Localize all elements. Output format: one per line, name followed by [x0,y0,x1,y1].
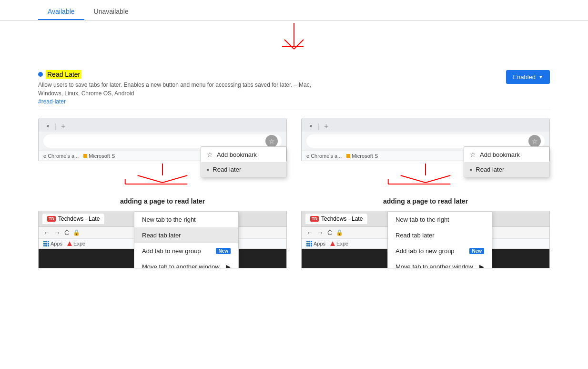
left-ctx-add-group[interactable]: Add tab to new group New [134,243,238,259]
right-bottom-tab[interactable]: TD Techdows - Late [305,214,367,224]
right-grid-dot-6 [311,243,312,244]
feature-row: Read Later Allow users to save tabs for … [38,65,550,110]
right-ctx-add-group-label: Add tab to new group [395,247,455,255]
right-expe-shortcut[interactable]: Expe [330,241,348,246]
left-bookmark-2-text: Microsoft S [89,153,115,159]
enabled-button[interactable]: Enabled ▼ [506,70,550,84]
chevron-down-icon: ▼ [538,74,543,80]
left-ctx-new-tab[interactable]: New tab to the right [134,212,238,227]
left-tab-new[interactable]: + [58,121,68,132]
right-ctx-add-group[interactable]: Add tab to new group New [388,243,492,259]
left-grid-dot-6 [48,243,49,244]
right-star-button[interactable]: ☆ [528,135,541,147]
right-ctx-new-tab[interactable]: New tab to the right [388,212,492,227]
left-grid-dot-5 [45,243,47,244]
left-tabs-bar: × | + [39,118,286,132]
right-grid-dot-1 [306,241,308,242]
right-screenshot-col: × | + ☆ e Chrome's a... Microsoft S [301,118,550,268]
left-star-button[interactable]: ☆ [265,135,278,147]
left-context-menu: New tab to the right Read tab later Add … [134,211,239,268]
left-ctx-read-later[interactable]: Read tab later [134,227,238,243]
left-menu-add-bookmark-label: Add bookmark [217,151,257,158]
right-ctx-new-badge: New [469,248,484,254]
right-ctx-read-later[interactable]: Read tab later [388,227,492,243]
right-expe-icon [330,241,335,246]
left-grid-dot-1 [43,241,45,242]
right-refresh-icon[interactable]: C [327,229,332,236]
right-lock-icon: 🔒 [336,229,343,236]
right-back-icon[interactable]: ← [306,229,313,236]
left-tab-sep: | [54,123,56,130]
feature-name: Read Later [46,70,81,79]
left-browser-mock: × | + ☆ e Chrome's a... Microsoft S [38,118,287,161]
left-bookmark-dot [83,154,87,158]
left-refresh-icon[interactable]: C [64,229,69,236]
right-dropdown-menu: ☆ Add bookmark ▪ Read later [464,146,549,177]
right-grid-dot-9 [311,245,312,246]
enabled-label: Enabled [513,73,536,81]
right-tab-close[interactable]: × [306,122,315,131]
right-menu-add-bookmark-label: Add bookmark [480,151,520,158]
right-menu-read-later[interactable]: ▪ Read later [464,162,549,177]
main-content: Read Later Allow users to save tabs for … [0,58,588,276]
left-bottom-tab[interactable]: TD Techdows - Late [42,214,104,224]
left-address-bar: ☆ [43,134,282,148]
right-bookmark-2: Microsoft S [346,153,378,159]
left-ctx-add-group-label: Add tab to new group [142,247,201,255]
left-bottom-browser: TD Techdows - Late ← → C 🔒 [38,211,287,268]
right-grid-dot-2 [308,241,310,242]
right-tab-new[interactable]: + [321,121,331,132]
top-arrow-svg [275,20,313,54]
right-grid-dot-8 [308,245,310,246]
right-bookmark-1: e Chrome's a... [306,153,342,159]
left-expe-shortcut[interactable]: Expe [67,241,85,246]
left-caption: adding a page to read later [38,197,287,205]
right-ctx-move-window-label: Move tab to another window [395,263,473,268]
right-bottom-browser: TD Techdows - Late ← → C 🔒 [301,211,550,268]
right-apps-shortcut[interactable]: Apps [306,241,325,246]
right-apps-label: Apps [314,241,325,246]
right-tab-logo: TD [310,216,319,222]
left-ctx-move-window-label: Move tab to another window [142,263,220,268]
feature-dot [38,72,43,77]
left-apps-shortcut[interactable]: Apps [43,241,62,246]
svg-line-5 [138,175,162,183]
left-bookmark-2: Microsoft S [83,153,115,159]
tabs-bar: Available Unavailable [0,4,588,20]
right-grid-dot-4 [306,243,308,244]
svg-line-10 [401,175,426,183]
right-menu-add-bookmark[interactable]: ☆ Add bookmark [464,147,549,162]
left-lock-icon: 🔒 [73,229,80,236]
right-ctx-new-tab-label: New tab to the right [395,216,449,223]
right-ctx-move-arrow: ▶ [479,263,484,268]
left-tab-logo: TD [47,216,56,222]
right-context-menu: New tab to the right Read tab later Add … [387,211,492,268]
feature-link[interactable]: #read-later [38,98,66,105]
right-forward-icon[interactable]: → [317,229,324,236]
left-menu-read-later-label: Read later [213,166,241,173]
right-bookmark-2-text: Microsoft S [352,153,378,159]
left-bookmark-1: e Chrome's a... [43,153,79,159]
left-back-icon[interactable]: ← [43,229,50,236]
left-grid-dot-7 [43,245,45,246]
right-folder-icon: ▪ [470,166,472,173]
left-forward-icon[interactable]: → [54,229,61,236]
right-ctx-move-window[interactable]: Move tab to another window ▶ [388,259,492,268]
left-menu-add-bookmark[interactable]: ☆ Add bookmark [201,147,286,162]
left-tab-title: Techdows - Late [58,215,100,222]
left-ctx-move-window[interactable]: Move tab to another window ▶ [134,259,238,268]
svg-line-11 [426,175,450,183]
left-ctx-read-later-label: Read tab later [142,232,181,239]
svg-line-2 [294,40,304,49]
svg-line-6 [162,175,187,183]
left-grid-dot-4 [43,243,45,244]
right-bookmark-dot [346,154,350,158]
tab-available[interactable]: Available [38,4,84,20]
left-ctx-move-arrow: ▶ [226,263,231,268]
left-screenshot-col: × | + ☆ e Chrome's a... Microsoft S [38,118,287,268]
tab-unavailable[interactable]: Unavailable [84,4,138,20]
left-expe-icon [67,241,72,246]
left-menu-read-later[interactable]: ▪ Read later [201,162,286,177]
left-tab-close[interactable]: × [43,122,52,131]
right-star-icon: ☆ [532,137,538,145]
